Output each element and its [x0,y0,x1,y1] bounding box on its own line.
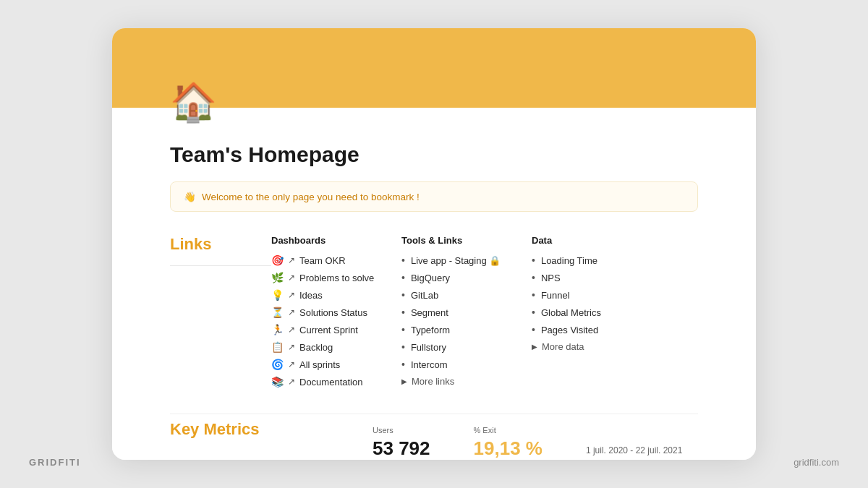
item-emoji: 📋 [271,341,284,353]
item-emoji: 🏃 [271,324,284,335]
list-item[interactable]: Loading Time [532,254,647,266]
list-item[interactable]: GitLab [401,289,532,301]
list-item[interactable]: 🌿 ↗ Problems to solve [271,272,401,283]
header-emoji: 🏠 [170,83,217,121]
list-item[interactable]: 🏃 ↗ Current Sprint [271,324,401,335]
list-item[interactable]: Global Metrics [532,307,647,318]
list-item[interactable]: Fullstory [401,341,532,353]
links-columns: Dashboards 🎯 ↗ Team OKR 🌿 ↗ Problems to … [271,235,647,393]
item-emoji: 📚 [271,376,284,388]
links-section-title: Links [170,235,271,254]
list-item[interactable]: Funnel [532,289,647,301]
key-metrics-section: Key Metrics Users 53 792 % Exit 19,13 % … [170,414,698,460]
item-emoji: ⏳ [271,307,284,318]
item-emoji: 🌿 [271,272,284,283]
metric-date-range: 1 juil. 2020 - 22 juil. 2021 [586,445,682,460]
list-item[interactable]: Typeform [401,324,532,335]
links-section: Links Dashboards 🎯 ↗ Team OKR [170,235,698,393]
data-header: Data [532,235,647,246]
branding-left: GRIDFITI [29,457,81,468]
item-label[interactable]: All sprints [299,359,340,370]
item-label[interactable]: Problems to solve [299,273,374,283]
links-label-col: Links [170,235,271,393]
metric-users-label: Users [373,426,430,435]
item-emoji: 💡 [271,289,284,301]
welcome-text: Welcome to the only page you need to boo… [202,192,420,202]
list-item[interactable]: 🌀 ↗ All sprints [271,359,401,370]
item-label[interactable]: Backlog [299,342,333,353]
metric-exit: % Exit 19,13 % [474,426,542,460]
metric-exit-label: % Exit [474,426,542,435]
main-card: 🏠 Team's Homepage 👋 Welcome to the only … [112,28,756,460]
dashboards-list: 🎯 ↗ Team OKR 🌿 ↗ Problems to solve 💡 [271,254,401,388]
metrics-label-col: Key Metrics [170,420,271,460]
metric-users: Users 53 792 [373,426,430,460]
metrics-grid: Users 53 792 % Exit 19,13 % 1 juil. 2020… [373,426,682,460]
dashboards-column: Dashboards 🎯 ↗ Team OKR 🌿 ↗ Problems to … [271,235,401,393]
list-item[interactable]: 🎯 ↗ Team OKR [271,254,401,266]
page-wrapper: GRIDFITI gridfiti.com 🏠 Team's Homepage … [0,0,868,488]
list-item[interactable]: BigQuery [401,272,532,283]
links-divider [170,265,271,266]
more-links[interactable]: More links [401,376,532,387]
data-list: Loading Time NPS Funnel Global Metrics P… [532,254,647,335]
list-item[interactable]: 📚 ↗ Documentation [271,376,401,388]
data-column: Data Loading Time NPS Funnel Global Metr… [532,235,647,393]
list-item[interactable]: NPS [532,272,647,283]
more-data-label: More data [542,341,584,352]
list-item[interactable]: Pages Visited [532,324,647,335]
tools-column: Tools & Links Live app - Staging 🔒 BigQu… [401,235,532,393]
more-links-label: More links [412,376,454,387]
card-header: 🏠 [112,28,756,108]
item-label[interactable]: Solutions Status [299,307,367,318]
welcome-emoji: 👋 [184,191,196,202]
list-item[interactable]: 💡 ↗ Ideas [271,289,401,301]
item-label[interactable]: Documentation [299,377,362,388]
metric-users-value: 53 792 [373,437,430,460]
list-item[interactable]: Live app - Staging 🔒 [401,254,532,266]
more-data[interactable]: More data [532,341,647,352]
page-title: Team's Homepage [170,142,698,167]
list-item[interactable]: 📋 ↗ Backlog [271,341,401,353]
item-label[interactable]: Ideas [299,290,323,301]
card-body: Team's Homepage 👋 Welcome to the only pa… [112,108,756,460]
welcome-banner: 👋 Welcome to the only page you need to b… [170,181,698,212]
list-item[interactable]: Segment [401,307,532,318]
item-label[interactable]: Team OKR [299,255,346,266]
item-emoji: 🎯 [271,254,284,266]
branding-right: gridfiti.com [793,457,839,468]
list-item[interactable]: Intercom [401,359,532,370]
tools-header: Tools & Links [401,235,532,246]
list-item[interactable]: ⏳ ↗ Solutions Status [271,307,401,318]
key-metrics-title: Key Metrics [170,420,271,439]
tools-list: Live app - Staging 🔒 BigQuery GitLab Seg… [401,254,532,370]
metric-exit-value: 19,13 % [474,437,542,460]
item-emoji: 🌀 [271,359,284,370]
dashboards-header: Dashboards [271,235,401,246]
item-label[interactable]: Current Sprint [299,325,358,335]
